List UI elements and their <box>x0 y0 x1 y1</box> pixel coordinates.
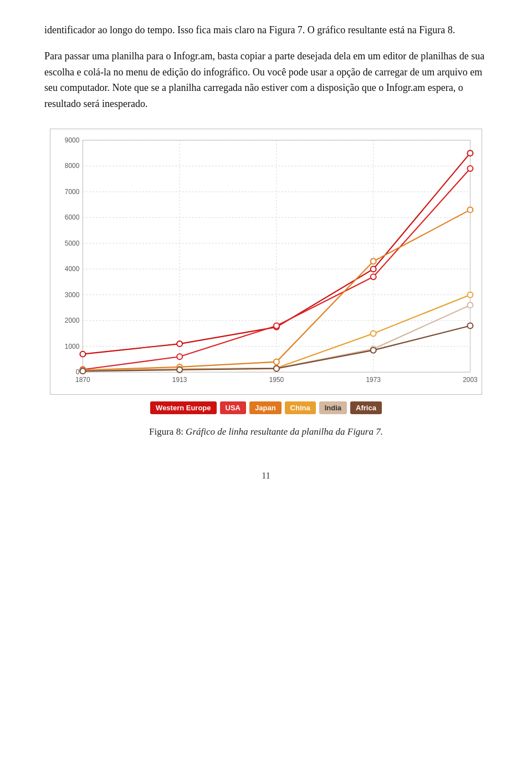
svg-point-57 <box>177 367 182 373</box>
svg-point-43 <box>274 359 279 365</box>
chart-area: 0100020003000400050006000700080009000187… <box>50 129 482 395</box>
legend-item: USA <box>220 401 246 414</box>
svg-point-49 <box>371 330 376 336</box>
chart-container: 0100020003000400050006000700080009000187… <box>50 129 482 437</box>
paragraph-1: identificador ao longo do tempo. Isso fi… <box>44 22 488 38</box>
svg-text:7000: 7000 <box>65 188 80 196</box>
svg-point-56 <box>80 368 85 374</box>
svg-text:0: 0 <box>76 368 80 376</box>
paragraph-2: Para passar uma planilha para o Infogr.a… <box>44 48 488 112</box>
svg-text:8000: 8000 <box>65 162 80 170</box>
svg-point-45 <box>467 207 473 212</box>
svg-point-39 <box>371 274 376 279</box>
svg-point-50 <box>467 292 473 298</box>
svg-text:1913: 1913 <box>172 376 187 384</box>
svg-text:6000: 6000 <box>65 213 80 221</box>
svg-point-35 <box>467 150 473 156</box>
svg-point-59 <box>371 348 376 353</box>
legend-item: Western Europe <box>150 401 216 414</box>
svg-text:1950: 1950 <box>269 376 284 384</box>
svg-text:1870: 1870 <box>75 376 90 384</box>
svg-point-58 <box>274 366 279 371</box>
legend-bar: Western EuropeUSAJapanChinaIndiaAfrica <box>50 401 482 414</box>
legend-item: India <box>319 401 347 414</box>
svg-text:9000: 9000 <box>65 136 80 144</box>
legend-item: Africa <box>350 401 382 414</box>
svg-point-44 <box>371 258 376 264</box>
svg-text:5000: 5000 <box>65 240 80 247</box>
page-number: 11 <box>44 471 488 481</box>
svg-point-38 <box>274 323 279 329</box>
svg-text:4000: 4000 <box>65 265 80 273</box>
svg-point-60 <box>467 323 473 329</box>
svg-text:2003: 2003 <box>463 376 478 384</box>
svg-point-37 <box>177 354 182 359</box>
legend-item: Japan <box>249 401 282 414</box>
svg-point-31 <box>80 352 85 357</box>
svg-point-32 <box>177 341 182 347</box>
svg-text:1000: 1000 <box>65 343 80 350</box>
svg-text:1973: 1973 <box>366 376 381 384</box>
svg-text:3000: 3000 <box>65 291 80 299</box>
legend-item: China <box>285 401 316 414</box>
svg-point-40 <box>467 166 473 171</box>
svg-point-34 <box>371 266 376 272</box>
svg-point-55 <box>467 302 473 308</box>
svg-text:2000: 2000 <box>65 317 80 324</box>
line-chart: 0100020003000400050006000700080009000187… <box>50 129 482 394</box>
chart-caption: Figura 8: Gráfico de linha resultante da… <box>50 426 482 437</box>
